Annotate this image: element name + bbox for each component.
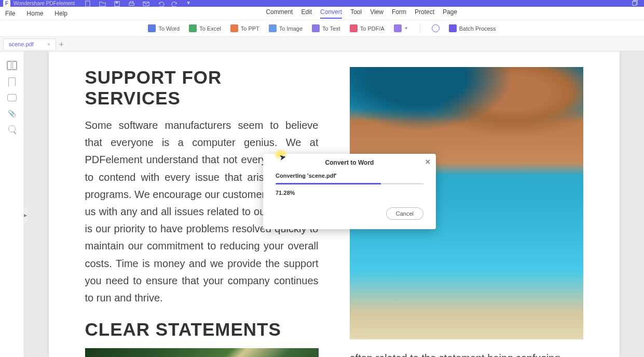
app-title: Wondershare PDFelement	[13, 1, 75, 6]
to-word-label: To Word	[158, 25, 180, 32]
menu-home[interactable]: Home	[26, 10, 43, 17]
quick-tools: ▼	[84, 0, 193, 7]
to-ppt-label: To PPT	[241, 25, 259, 32]
thumbnails-icon[interactable]	[7, 61, 17, 70]
bookmark-icon[interactable]	[8, 77, 16, 87]
tab-scene-pdf[interactable]: scene.pdf ×	[3, 38, 56, 49]
svg-rect-6	[633, 2, 637, 6]
email-icon[interactable]	[142, 0, 149, 7]
menu-comment[interactable]: Comment	[266, 8, 293, 19]
menu-convert[interactable]: Convert	[320, 8, 342, 19]
convert-toolbar: To Word To Excel To PPT To Image To Text…	[0, 20, 644, 37]
print-icon[interactable]	[128, 0, 135, 7]
svg-rect-4	[130, 1, 133, 3]
to-pdfa-button[interactable]: To PDF/A	[350, 24, 385, 32]
convert-dialog: Convert to Word ✕ Converting 'scene.pdf'…	[263, 154, 436, 229]
menu-edit[interactable]: Edit	[301, 8, 312, 19]
comment-panel-icon[interactable]	[7, 94, 17, 101]
cancel-button[interactable]: Cancel	[386, 207, 423, 220]
dialog-status: Converting 'scene.pdf'	[276, 173, 423, 179]
menu-form[interactable]: Form	[392, 8, 406, 19]
separator	[420, 24, 420, 33]
menu-page[interactable]: Page	[443, 8, 457, 19]
excel-icon	[189, 24, 197, 32]
pdfa-icon	[350, 24, 358, 32]
svg-rect-3	[129, 3, 134, 5]
attachment-icon[interactable]	[8, 109, 16, 118]
chevron-down-icon: ▼	[404, 26, 408, 31]
gear-icon	[432, 24, 440, 32]
to-other-button[interactable]: ▼	[394, 24, 408, 32]
dialog-title: Convert to Word ✕	[263, 154, 436, 170]
batch-label: Batch Process	[459, 25, 496, 32]
save-icon[interactable]	[113, 0, 120, 7]
dropdown-icon[interactable]: ▼	[186, 0, 193, 7]
open-file-icon[interactable]	[99, 0, 106, 7]
to-word-button[interactable]: To Word	[148, 24, 180, 32]
heading-support: SUPPORT FOR SERVICES	[85, 67, 319, 109]
svg-rect-0	[86, 1, 90, 6]
word-icon	[148, 24, 156, 32]
menubar: File Home Help Comment Edit Convert Tool…	[0, 7, 644, 20]
expand-sidebar-icon[interactable]: ▶	[23, 207, 28, 223]
redo-icon[interactable]	[171, 0, 179, 7]
progress-percent: 71.28%	[276, 190, 423, 196]
svg-rect-2	[116, 1, 118, 3]
text-icon	[312, 24, 320, 32]
to-excel-button[interactable]: To Excel	[189, 24, 221, 32]
titlebar: F Wondershare PDFelement ▼	[0, 0, 644, 7]
dialog-title-text: Convert to Word	[325, 159, 374, 166]
batch-process-button[interactable]: Batch Process	[449, 24, 496, 32]
document-tabs: scene.pdf × +	[0, 37, 644, 51]
to-text-button[interactable]: To Text	[312, 24, 340, 32]
progress-fill	[276, 183, 381, 184]
tab-close-icon[interactable]: ×	[47, 41, 50, 47]
to-text-label: To Text	[322, 25, 340, 32]
to-ppt-button[interactable]: To PPT	[230, 24, 259, 32]
to-pdfa-label: To PDF/A	[360, 25, 385, 32]
menu-view[interactable]: View	[370, 8, 383, 19]
to-image-button[interactable]: To Image	[269, 24, 303, 32]
image-icon	[269, 24, 277, 32]
menu-tool[interactable]: Tool	[350, 8, 362, 19]
other-icon	[394, 24, 402, 32]
settings-button[interactable]	[432, 24, 440, 32]
heading-clear: CLEAR STATEMENTS	[85, 319, 319, 340]
forest-image	[85, 348, 319, 357]
to-image-label: To Image	[279, 25, 303, 32]
search-icon[interactable]	[8, 125, 16, 133]
undo-icon[interactable]	[157, 0, 164, 7]
app-logo-icon: F	[3, 0, 10, 7]
menu-protect[interactable]: Protect	[415, 8, 434, 19]
window-restore-icon[interactable]	[631, 0, 639, 8]
new-file-icon[interactable]	[84, 0, 91, 7]
left-sidebar: ▶	[0, 51, 24, 357]
paragraph-right: often related to the statement being con…	[350, 350, 583, 357]
dialog-close-icon[interactable]: ✕	[425, 158, 431, 166]
add-tab-button[interactable]: +	[59, 40, 63, 48]
menu-file[interactable]: File	[5, 10, 15, 17]
tab-label: scene.pdf	[9, 41, 34, 47]
to-excel-label: To Excel	[199, 25, 221, 32]
ppt-icon	[230, 24, 238, 32]
menu-help[interactable]: Help	[54, 10, 67, 17]
progress-bar	[276, 183, 423, 184]
batch-icon	[449, 24, 457, 32]
